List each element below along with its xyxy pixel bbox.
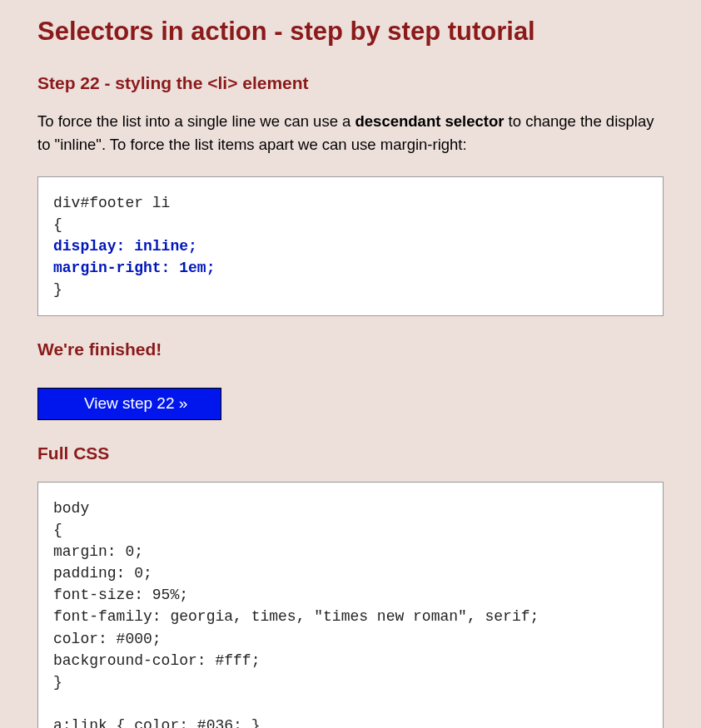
view-step-button[interactable]: View step 22 »	[37, 388, 221, 420]
intro-bold: descendant selector	[355, 112, 505, 130]
intro-text-1: To force the list into a single line we …	[37, 112, 355, 130]
code-line: }	[53, 281, 62, 298]
code-line: {	[53, 216, 62, 233]
code-example-1: div#footer li { display: inline; margin-…	[37, 176, 664, 316]
finished-heading: We're finished!	[37, 339, 664, 359]
code-example-full: body { margin: 0; padding: 0; font-size:…	[37, 482, 664, 728]
code-highlight: margin-right: 1em;	[53, 260, 215, 276]
step-heading: Step 22 - styling the <li> element	[37, 73, 664, 93]
full-css-heading: Full CSS	[37, 443, 664, 463]
code-line: div#footer li	[53, 195, 170, 211]
page-title: Selectors in action - step by step tutor…	[37, 17, 664, 47]
intro-paragraph: To force the list into a single line we …	[37, 110, 664, 156]
code-highlight: display: inline;	[53, 238, 197, 255]
